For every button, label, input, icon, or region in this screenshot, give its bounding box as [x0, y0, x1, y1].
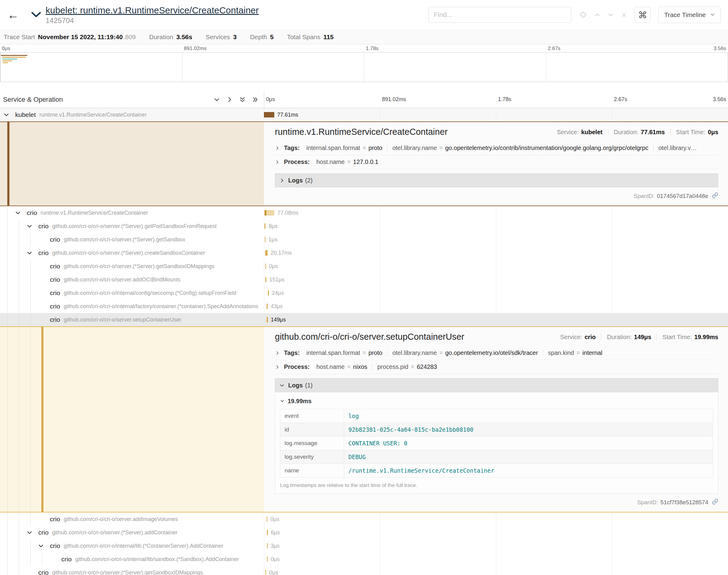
span-row[interactable]: criogithub.com/cri-o/cri-o/server.(*Serv… — [0, 246, 728, 260]
logs-toggle[interactable]: Logs(1) — [275, 378, 718, 392]
tree-guide-line — [30, 260, 31, 273]
span-bar[interactable] — [267, 304, 268, 309]
log-field-value: CONTAINER USER: 0 — [344, 437, 713, 450]
next-match-icon[interactable] — [608, 12, 614, 18]
service-name: crio — [27, 209, 37, 216]
chevron-down-icon — [280, 398, 285, 405]
tree-guide-line — [7, 539, 8, 552]
collapse-trace-header-icon[interactable] — [31, 11, 41, 18]
meta-item: Duration:77.61ms — [608, 129, 665, 136]
span-duration-label: 0μs — [269, 263, 278, 270]
chevron-down-icon — [279, 383, 285, 388]
span-timeline-cell: 6μs — [264, 526, 728, 539]
span-row[interactable]: criogithub.com/cri-o/cri-o/server.(*Serv… — [0, 233, 728, 246]
operation-name: github.com/cri-o/cri-o/internal/lib/sand… — [75, 556, 239, 563]
clear-find-icon[interactable] — [621, 12, 627, 18]
span-bar[interactable] — [267, 543, 268, 549]
find-input[interactable] — [429, 7, 571, 23]
log-field-key: id — [280, 423, 344, 437]
tree-guide-line — [7, 526, 8, 539]
trace-minimap[interactable] — [0, 52, 728, 82]
span-row[interactable]: criogithub.com/cri-o/cri-o/server.(*Serv… — [0, 219, 728, 233]
span-row[interactable]: kubeletruntime.v1.RuntimeService/CreateC… — [0, 108, 728, 122]
detail-row-label: Process: — [284, 363, 310, 370]
link-icon[interactable] — [711, 192, 718, 200]
span-bar[interactable] — [267, 317, 268, 323]
span-bar[interactable] — [265, 224, 265, 229]
log-entry-toggle[interactable]: 19.99ms — [280, 395, 713, 409]
find-tools — [579, 11, 627, 19]
collapse-span-icon[interactable] — [26, 530, 33, 536]
span-bar[interactable] — [265, 264, 266, 269]
tree-guide-line — [7, 566, 8, 575]
span-bar[interactable] — [264, 112, 274, 117]
detail-kv-row[interactable]: Tags:internal.span.format=protootel.libr… — [275, 346, 718, 360]
tree-guide-line — [19, 246, 19, 260]
collapse-span-icon[interactable] — [15, 210, 21, 216]
service-name: crio — [50, 515, 60, 523]
span-row[interactable]: criogithub.com/cri-o/cri-o/server.(*Serv… — [0, 260, 728, 273]
span-row[interactable]: criogithub.com/cri-o/cri-o/server.setupC… — [0, 313, 728, 326]
span-row[interactable]: criogithub.com/cri-o/cri-o/internal/fact… — [0, 300, 728, 313]
detail-kv-row[interactable]: Process:host.name=nixosprocess.pid=62428… — [275, 360, 718, 374]
view-selector-label: Trace Timeline — [664, 11, 706, 19]
logs-label: Logs — [288, 382, 303, 389]
tree-controls — [213, 96, 259, 103]
collapse-span-icon[interactable] — [26, 223, 33, 229]
time-tick-label: 891.02ms — [382, 96, 406, 103]
locate-match-icon[interactable] — [579, 11, 587, 19]
link-icon[interactable] — [711, 499, 718, 506]
tree-guide-line — [19, 286, 19, 300]
span-duration-label: 0μs — [270, 516, 279, 522]
span-row[interactable]: criogithub.com/cri-o/cri-o/internal/lib.… — [0, 539, 728, 552]
span-duration-label: 77.08ms — [277, 210, 298, 216]
log-timestamp: 19.99ms — [288, 398, 311, 405]
span-bar[interactable] — [267, 530, 268, 535]
tag-item: internal.span.format=proto — [306, 144, 383, 151]
span-row[interactable]: criogithub.com/cri-o/cri-o/server.addOCI… — [0, 273, 728, 286]
tree-guide-line — [19, 219, 19, 233]
span-duration-label: 149μs — [271, 317, 286, 323]
span-row[interactable]: crioruntime.v1.RuntimeService/CreateCont… — [0, 206, 728, 219]
operation-name: github.com/cri-o/cri-o/server.addImageVo… — [64, 516, 178, 522]
trace-title[interactable]: kubelet: runtime.v1.RuntimeService/Creat… — [45, 5, 259, 15]
view-selector-button[interactable]: Trace Timeline — [658, 7, 721, 23]
span-bar[interactable] — [265, 210, 274, 215]
collapse-all-icon[interactable] — [239, 96, 246, 103]
collapse-span-icon[interactable] — [3, 112, 9, 118]
prev-match-icon[interactable] — [594, 12, 600, 18]
span-row[interactable]: criogithub.com/cri-o/cri-o/server.(*Serv… — [0, 566, 728, 575]
detail-kv-row[interactable]: Tags:internal.span.format=protootel.libr… — [275, 141, 718, 155]
span-bar[interactable] — [267, 556, 268, 562]
logs-toggle[interactable]: Logs(2) — [275, 173, 718, 187]
service-name: crio — [50, 542, 60, 549]
back-button[interactable]: ← — [7, 9, 19, 21]
minimap-span — [2, 59, 17, 60]
chevron-down-icon — [710, 11, 715, 19]
tree-guide-line — [19, 233, 19, 246]
span-timeline-cell: 0μs — [264, 566, 728, 575]
detail-kv-row[interactable]: Process:host.name=127.0.0.1 — [275, 155, 718, 169]
keyboard-shortcuts-button[interactable]: ⌘ — [635, 7, 651, 23]
expand-one-icon[interactable] — [226, 96, 233, 103]
expand-all-icon[interactable] — [252, 96, 259, 103]
span-bar[interactable] — [267, 516, 267, 522]
log-field-key: log.message — [280, 437, 344, 450]
span-bar[interactable] — [265, 570, 266, 575]
span-row[interactable]: criogithub.com/cri-o/cri-o/internal/conf… — [0, 286, 728, 300]
span-duration-label: 8μs — [268, 223, 277, 230]
collapse-span-icon[interactable] — [38, 543, 44, 549]
span-row[interactable]: criogithub.com/cri-o/cri-o/internal/lib/… — [0, 552, 728, 566]
span-bar[interactable] — [265, 237, 265, 242]
span-bar[interactable] — [265, 250, 268, 256]
service-name: crio — [38, 223, 48, 230]
collapse-span-icon[interactable] — [26, 250, 33, 256]
span-row[interactable]: criogithub.com/cri-o/cri-o/server.addIma… — [0, 512, 728, 526]
span-bar[interactable] — [268, 290, 269, 296]
log-field-row: eventlog — [280, 409, 713, 423]
span-row[interactable]: criogithub.com/cri-o/cri-o/server.(*Serv… — [0, 526, 728, 539]
tree-guide-line — [30, 286, 31, 300]
span-bar[interactable] — [265, 277, 266, 282]
span-id-value: 51cf7f38e5128574 — [661, 499, 708, 506]
collapse-one-icon[interactable] — [213, 96, 220, 103]
